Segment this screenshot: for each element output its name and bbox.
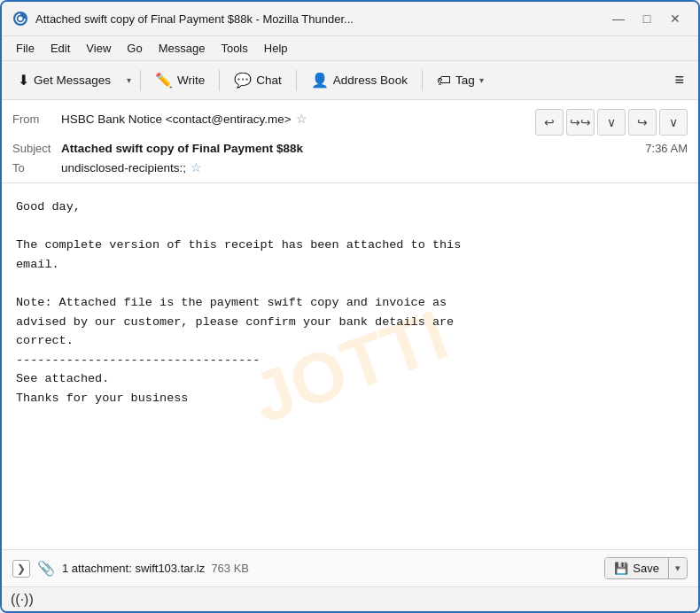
toolbar-separator-1 [140,70,141,91]
menu-file[interactable]: File [9,39,42,58]
status-signal-icon: ((·)) [11,592,34,608]
favorite-star-icon[interactable]: ☆ [296,112,307,126]
from-label: From [12,113,61,126]
tag-icon: 🏷 [437,73,451,89]
toolbar-separator-3 [296,70,297,91]
save-button-group: 💾 Save ▾ [604,557,688,579]
menu-help[interactable]: Help [257,39,295,58]
tag-label: Tag [455,74,475,87]
hamburger-menu-button[interactable]: ≡ [667,66,691,94]
to-row: To undisclosed-recipients:; ☆ [12,158,688,177]
write-button[interactable]: ✏️ Write [146,67,214,93]
get-messages-icon: ⬇︎ [18,72,29,89]
menu-edit[interactable]: Edit [43,39,77,58]
from-row: From HSBC Bank Notice <contact@entiracy.… [12,109,535,128]
attachment-label: 1 attachment: swift103.tar.lz 763 KB [62,562,597,575]
to-label: To [12,161,61,175]
toolbar-separator-2 [219,70,220,91]
menu-go[interactable]: Go [120,39,149,58]
chat-icon: 💬 [234,72,252,89]
to-value: undisclosed-recipients:; [61,161,186,175]
email-body: JOTTI Good day, The complete version of … [2,183,698,549]
chat-button[interactable]: 💬 Chat [225,67,291,93]
save-label: Save [633,562,659,575]
toolbar: ⬇︎ Get Messages ▾ ✏️ Write 💬 Chat 👤 Addr… [2,61,698,100]
menu-view[interactable]: View [79,39,118,58]
maximize-button[interactable]: □ [634,9,659,28]
attachment-paperclip-icon: 📎 [37,560,55,577]
toolbar-separator-4 [422,70,423,91]
minimize-button[interactable]: — [606,9,631,28]
save-dropdown-button[interactable]: ▾ [669,559,687,578]
email-body-text: Good day, The complete version of this r… [16,198,684,408]
email-header: From HSBC Bank Notice <contact@entiracy.… [2,100,698,183]
save-icon: 💾 [614,562,628,575]
from-value: HSBC Bank Notice <contact@entiracy.me> [61,113,292,126]
attachment-name: 1 attachment: swift103.tar.lz [62,562,205,575]
subject-row: Subject Attached swift copy of Final Pay… [12,139,688,158]
to-star-icon[interactable]: ☆ [191,160,202,175]
tag-button[interactable]: 🏷 Tag ▾ [428,68,493,93]
get-messages-button[interactable]: ⬇︎ Get Messages [9,67,120,93]
write-icon: ✏️ [155,72,173,89]
title-bar: Attached swift copy of Final Payment $88… [2,2,698,36]
address-book-button[interactable]: 👤 Address Book [302,67,416,93]
write-label: Write [177,74,205,87]
chat-label: Chat [256,74,282,87]
save-button[interactable]: 💾 Save [605,558,669,578]
attachment-size: 763 KB [211,562,249,575]
app-icon [12,11,28,27]
status-bar: ((·)) [2,586,698,611]
nav-buttons: ↩ ↪↪ ∨ ↪ ∨︎ [535,109,688,136]
prev-message-button[interactable]: ∨ [597,109,626,136]
reply-button[interactable]: ↩ [535,109,564,136]
email-top-row: From HSBC Bank Notice <contact@entiracy.… [12,105,688,139]
svg-point-1 [19,17,23,21]
address-book-label: Address Book [333,74,408,87]
window-title: Attached swift copy of Final Payment $88… [35,12,599,26]
tag-dropdown-arrow-icon: ▾ [479,75,484,85]
address-book-icon: 👤 [311,72,329,89]
close-button[interactable]: ✕ [663,9,688,28]
attachment-expand-button[interactable]: ❯ [12,560,30,578]
main-window: Attached swift copy of Final Payment $88… [0,0,700,613]
forward-button[interactable]: ↪ [628,109,657,136]
attachment-bar: ❯ 📎 1 attachment: swift103.tar.lz 763 KB… [2,549,698,586]
next-message-button[interactable]: ∨︎ [659,109,688,136]
email-from-section: From HSBC Bank Notice <contact@entiracy.… [12,109,535,128]
get-messages-dropdown[interactable]: ▾ [123,71,135,89]
dropdown-arrow-icon: ▾ [127,75,131,85]
window-controls: — □ ✕ [606,9,688,28]
subject-value: Attached swift copy of Final Payment $88… [61,142,303,155]
subject-label: Subject [12,142,61,155]
menu-bar: File Edit View Go Message Tools Help [2,36,698,61]
menu-tools[interactable]: Tools [214,39,254,58]
email-time: 7:36 AM [645,142,688,155]
menu-message[interactable]: Message [152,39,213,58]
get-messages-label: Get Messages [34,74,111,87]
reply-all-button[interactable]: ↪↪ [566,109,595,136]
